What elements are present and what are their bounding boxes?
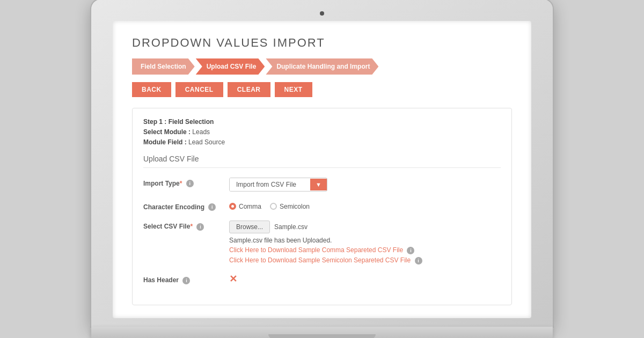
csv-file-row: Select CSV File* i Browse... Sample.csv … xyxy=(143,221,501,264)
has-header-row: Has Header i ✕ xyxy=(143,274,501,284)
radio-semicolon-dot xyxy=(270,203,277,210)
steps-breadcrumb: Field Selection Upload CSV File Duplicat… xyxy=(132,58,512,75)
radio-semicolon[interactable]: Semicolon xyxy=(270,203,310,210)
comma-download-info-icon[interactable]: i xyxy=(407,247,414,254)
import-type-value: Import from CSV File xyxy=(230,178,310,191)
radio-comma-dot xyxy=(229,203,236,210)
import-type-row: Import Type* i Import from CSV File ▼ xyxy=(143,178,501,192)
field-value: Lead Source xyxy=(188,138,225,146)
clear-button[interactable]: CLEAR xyxy=(228,82,270,97)
action-buttons-row: BACK CANCEL CLEAR NEXT xyxy=(132,82,512,97)
step-upload-csv[interactable]: Upload CSV File xyxy=(196,58,265,75)
radio-comma[interactable]: Comma xyxy=(229,203,261,210)
character-encoding-field: Comma Semicolon xyxy=(229,201,501,210)
radio-comma-inner xyxy=(231,205,234,208)
import-type-info-icon[interactable]: i xyxy=(186,180,194,187)
csv-file-label: Select CSV File* i xyxy=(143,221,229,231)
form-card: Step 1 : Field Selection Select Module :… xyxy=(132,108,512,305)
step-field-selection-label: Field Selection xyxy=(141,63,186,70)
browse-row: Browse... Sample.csv xyxy=(229,221,501,233)
has-header-field: ✕ xyxy=(229,274,501,284)
step-field-selection[interactable]: Field Selection xyxy=(132,58,195,75)
cancel-button[interactable]: CANCEL xyxy=(175,82,223,97)
character-encoding-row: Character Encoding i Comma xyxy=(143,201,501,211)
file-name: Sample.csv xyxy=(274,223,308,231)
next-button[interactable]: NEXT xyxy=(275,82,312,97)
browse-button[interactable]: Browse... xyxy=(229,221,270,233)
csv-required-marker: * xyxy=(190,223,193,230)
app-content: DROPDOWN VALUES IMPORT Field Selection U… xyxy=(113,21,531,318)
step-duplicate-handling-label: Duplicate Handling and Import xyxy=(276,63,370,70)
radio-group: Comma Semicolon xyxy=(229,201,501,210)
laptop-base xyxy=(91,327,553,338)
module-label: Select Module : xyxy=(143,128,191,136)
import-type-label: Import Type* i xyxy=(143,178,229,188)
character-encoding-label: Character Encoding i xyxy=(143,201,229,211)
csv-file-info-icon[interactable]: i xyxy=(196,223,204,231)
step-upload-csv-label: Upload CSV File xyxy=(207,63,257,70)
import-type-select[interactable]: Import from CSV File ▼ xyxy=(229,178,327,192)
laptop-screen-outer: DROPDOWN VALUES IMPORT Field Selection U… xyxy=(91,0,553,327)
import-type-field: Import from CSV File ▼ xyxy=(229,178,501,192)
comma-download-link[interactable]: Click Here to Download Sample Comma Sepa… xyxy=(229,246,501,254)
required-marker: * xyxy=(180,180,182,187)
semicolon-download-link[interactable]: Click Here to Download Sample Semicolon … xyxy=(229,256,501,264)
module-value: Leads xyxy=(192,128,210,136)
radio-semicolon-label: Semicolon xyxy=(280,203,310,210)
csv-file-field: Browse... Sample.csv Sample.csv file has… xyxy=(229,221,501,264)
section-header: Upload CSV File xyxy=(143,155,501,168)
radio-comma-label: Comma xyxy=(239,203,261,210)
field-label: Module Field : xyxy=(143,138,187,146)
step-duplicate-handling[interactable]: Duplicate Handling and Import xyxy=(266,58,378,75)
laptop-screen-inner: DROPDOWN VALUES IMPORT Field Selection U… xyxy=(113,21,531,318)
has-header-x-icon: ✕ xyxy=(229,274,237,284)
has-header-info-icon[interactable]: i xyxy=(182,277,190,284)
laptop-shell: DROPDOWN VALUES IMPORT Field Selection U… xyxy=(91,0,553,338)
semicolon-download-info-icon[interactable]: i xyxy=(415,257,422,264)
step-info: Step 1 : Field Selection Select Module :… xyxy=(143,117,501,148)
upload-status: Sample.csv file has been Uploaded. xyxy=(229,237,501,244)
page-title: DROPDOWN VALUES IMPORT xyxy=(132,36,512,50)
select-arrow-icon[interactable]: ▼ xyxy=(310,179,327,190)
laptop-camera xyxy=(320,11,324,16)
character-encoding-info-icon[interactable]: i xyxy=(208,203,216,211)
step-label: Step 1 : Field Selection xyxy=(143,118,214,126)
back-button[interactable]: BACK xyxy=(132,82,171,97)
has-header-label: Has Header i xyxy=(143,274,229,284)
